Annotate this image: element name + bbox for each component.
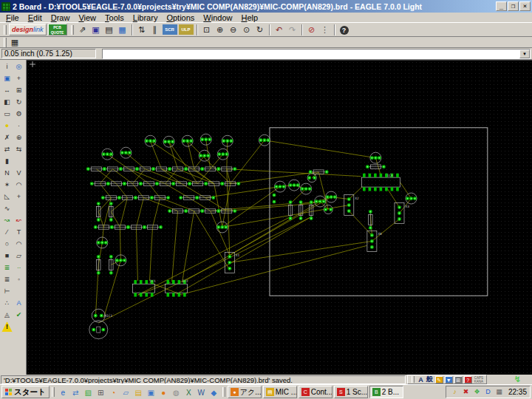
component-rh[interactable]	[150, 196, 170, 200]
tool-dimension-icon[interactable]: ⊢	[1, 286, 13, 297]
menu-window[interactable]: Window	[199, 13, 236, 22]
internet-explorer-icon[interactable]: e	[58, 386, 69, 398]
globe-app-icon[interactable]: ◍	[171, 386, 182, 398]
component-tr[interactable]	[199, 150, 210, 161]
firefox-icon[interactable]: ●	[158, 386, 169, 398]
tool-smash-icon[interactable]: ✶	[1, 180, 13, 191]
zoom-out-button[interactable]: ⊖	[227, 24, 240, 35]
component-tr[interactable]	[200, 134, 211, 145]
tool-group-icon[interactable]: ▭	[1, 109, 13, 120]
designlink-button[interactable]: designlink	[9, 24, 47, 35]
command-input[interactable]	[103, 50, 519, 58]
run-script-button[interactable]: SCR	[162, 24, 178, 35]
component-mic[interactable]: MIC1	[89, 309, 113, 338]
ime-grip[interactable]	[412, 376, 415, 383]
component-tr[interactable]	[97, 237, 108, 248]
zoom-fit-button[interactable]: ⊡	[200, 24, 214, 35]
tool-add-icon[interactable]: ⊕	[13, 132, 24, 143]
lightning-icon[interactable]: ↯	[514, 375, 521, 384]
print-button[interactable]: ▤	[103, 24, 116, 35]
tool-pad-icon[interactable]: ◦	[13, 274, 24, 285]
component-tr[interactable]	[301, 183, 312, 194]
tool-delete-icon[interactable]: ✗	[1, 132, 13, 143]
tool-pinswap-icon[interactable]: ⇄	[1, 144, 13, 155]
tool-info-icon[interactable]: i	[1, 61, 13, 72]
component-pp[interactable]	[273, 194, 276, 204]
toolbar-grip[interactable]	[4, 25, 7, 35]
open-button[interactable]: ⇗	[76, 24, 89, 35]
library-columns-button[interactable]: ∥	[149, 24, 162, 35]
tool-via-icon[interactable]: ≣	[1, 262, 13, 273]
close-button[interactable]: ×	[519, 1, 531, 11]
tool-route-icon[interactable]: ↝	[1, 215, 13, 226]
tool-rect-icon[interactable]: ■	[1, 250, 13, 262]
component-rv[interactable]	[288, 200, 292, 220]
tool-move-icon[interactable]: ↔	[1, 85, 13, 96]
explorer-folders-icon[interactable]: ▤	[133, 386, 144, 398]
grid-button[interactable]: ▦	[9, 38, 21, 47]
tool-change-icon[interactable]: ⚙	[13, 109, 24, 120]
run-ulp-button[interactable]: ULP	[178, 24, 194, 35]
tool-value-icon[interactable]: V	[13, 168, 24, 179]
zoom-select-button[interactable]: ⊙	[240, 24, 253, 35]
component-tr[interactable]	[120, 147, 132, 158]
tool-paint-icon[interactable]: ●	[1, 120, 13, 132]
tool-mark-icon[interactable]: +	[13, 73, 24, 84]
tool-erc-icon[interactable]: ◬	[1, 310, 13, 321]
undo-button[interactable]: ↶	[273, 24, 286, 35]
task-firefox[interactable]: ●アク...	[228, 386, 262, 398]
writer-app-icon[interactable]: ◆	[208, 386, 219, 398]
component-tr[interactable]	[370, 152, 381, 163]
help-button[interactable]: ?	[338, 24, 351, 35]
component-tr[interactable]	[274, 181, 285, 192]
menu-options[interactable]: Options	[162, 13, 199, 22]
task-mic-folder[interactable]: ▤MIC ...	[263, 386, 297, 398]
task-cont[interactable]: CCont...	[299, 386, 332, 398]
restore-button[interactable]: ❐	[508, 1, 519, 11]
display-utility-icon[interactable]: ❖	[472, 387, 482, 397]
tool-errors-icon[interactable]: !	[1, 321, 13, 332]
tool-mirror-icon[interactable]: ◧	[1, 97, 13, 108]
antivirus-icon[interactable]: ✖	[461, 387, 471, 397]
ime-status-icon[interactable]: D	[483, 387, 493, 397]
word-icon[interactable]: W	[196, 386, 207, 398]
ime-input-mode[interactable]: A	[417, 376, 425, 383]
component-tr[interactable]	[315, 196, 326, 207]
component-rv[interactable]	[109, 202, 113, 222]
component-rv[interactable]	[109, 255, 113, 275]
component-tr[interactable]	[216, 222, 228, 233]
stop-button[interactable]: ⊘	[305, 24, 318, 35]
taskbar-grip[interactable]	[52, 387, 55, 397]
toolbar-grip[interactable]	[4, 38, 7, 47]
tool-ripup-icon[interactable]: ↜	[13, 215, 24, 226]
taskbar-grip[interactable]	[222, 387, 225, 397]
menu-view[interactable]: View	[74, 13, 100, 22]
volume-muted-icon[interactable]: ♪	[450, 387, 460, 397]
show-desktop-icon[interactable]: ▱	[120, 386, 132, 398]
component-tr[interactable]	[163, 136, 174, 147]
component-tr[interactable]	[326, 191, 337, 202]
component-tr[interactable]	[259, 134, 270, 146]
magnifier-window-icon[interactable]: ⊞	[95, 386, 106, 398]
save-button[interactable]: ▣	[89, 24, 103, 35]
tool-arc-icon[interactable]: ◠	[13, 239, 24, 250]
component-tr[interactable]	[217, 149, 228, 160]
tool-drc-icon[interactable]: ✔	[13, 310, 24, 321]
image-editor-icon[interactable]: ▧	[83, 386, 94, 398]
export-image-button[interactable]: ▦	[116, 24, 129, 35]
start-button[interactable]: スタート	[1, 386, 50, 398]
ime-dictionary-icon[interactable]: ▼	[445, 376, 453, 383]
ime-help-icon[interactable]: ?	[464, 376, 472, 383]
component-p3v[interactable]: X3	[395, 203, 409, 224]
tool-meander-icon[interactable]: ∿	[1, 203, 13, 214]
menu-draw[interactable]: Draw	[47, 13, 75, 22]
scheduler-icon[interactable]: ▦	[494, 387, 504, 397]
menu-edit[interactable]: Edit	[24, 13, 47, 22]
go-button[interactable]: ⋮	[318, 24, 332, 35]
ime-conversion-mode[interactable]: 般	[425, 375, 434, 384]
toolbar-grip[interactable]	[71, 25, 74, 35]
tool-show-icon[interactable]: ◎	[13, 61, 24, 72]
ime-tools-icon[interactable]: ⊞	[454, 376, 463, 383]
tool-name-icon[interactable]: N	[1, 168, 13, 179]
menu-library[interactable]: Library	[129, 13, 163, 22]
